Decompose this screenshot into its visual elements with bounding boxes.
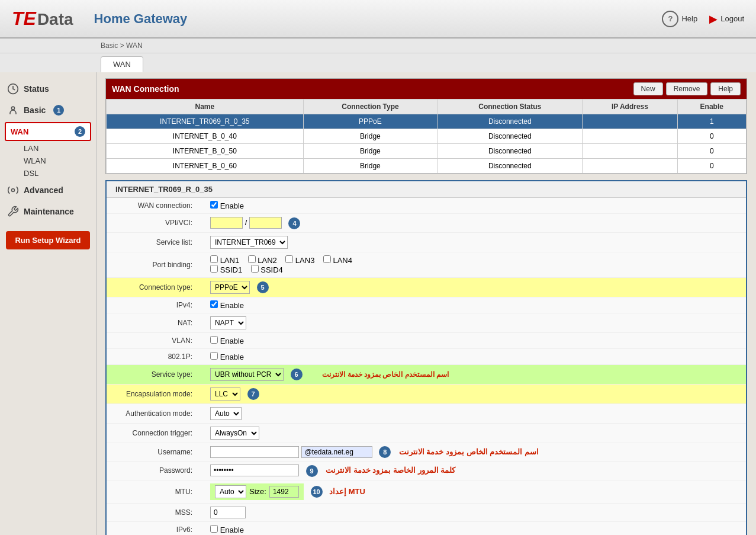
detail-title: INTERNET_TR069_R_0_35 xyxy=(107,181,746,198)
ipv6-checkbox[interactable] xyxy=(210,525,218,533)
mtu-size-input[interactable] xyxy=(269,486,299,498)
sidebar-item-basic[interactable]: Basic 1 xyxy=(0,100,96,121)
row2-status: Disconnected xyxy=(437,129,583,144)
logout-button[interactable]: ▶ Logout xyxy=(709,12,744,25)
tabs-bar: WAN xyxy=(0,53,756,72)
username-label: Username: xyxy=(107,443,201,462)
run-setup-wizard-button[interactable]: Run Setup Wizard xyxy=(6,231,90,249)
conn-trigger-select[interactable]: AlwaysOn xyxy=(210,427,259,440)
col-enable: Enable xyxy=(677,100,746,114)
nat-select[interactable]: NAPT xyxy=(210,316,246,329)
sidebar-sub-lan[interactable]: LAN xyxy=(0,142,96,155)
row3-type: Bridge xyxy=(303,144,437,159)
password-value: 9 كلمة المرور الخاصة بمزود خدمة الانترنت xyxy=(201,462,746,480)
main-content: WAN Connection New Remove Help Name Conn… xyxy=(96,72,756,535)
sidebar-item-advanced[interactable]: Advanced xyxy=(0,180,96,201)
vlan-enable-text: Enable xyxy=(220,337,244,345)
vci-input[interactable]: 35 xyxy=(249,217,282,229)
sidebar-advanced-label: Advanced xyxy=(24,185,63,195)
lan4-checkbox[interactable] xyxy=(323,255,331,263)
tab-wan[interactable]: WAN xyxy=(101,56,143,72)
ipv4-row: IPv4: Enable xyxy=(107,297,746,313)
header-actions: ? Help ▶ Logout xyxy=(662,11,744,27)
sidebar-sub-wlan[interactable]: WLAN xyxy=(0,155,96,167)
password-input[interactable] xyxy=(210,464,299,476)
mtu-row: MTU: Auto Size: 10 إعداد MTU xyxy=(107,480,746,503)
ssid1-checkbox[interactable] xyxy=(210,265,218,273)
row3-name: INTERNET_B_0_50 xyxy=(107,144,304,159)
encap-mode-select[interactable]: LLC xyxy=(210,387,240,401)
row2-ip xyxy=(583,129,677,144)
advanced-icon xyxy=(7,184,19,196)
step8-annotation: اسم المستخدم الخاص بمزود خدمة الانترنت xyxy=(322,370,449,379)
port-binding-label: Port binding: xyxy=(107,252,201,277)
domain-input[interactable] xyxy=(301,446,372,458)
main-layout: Status Basic 1 WAN 2 LAN WLAN DSL Advanc… xyxy=(0,72,756,535)
vlan-row: VLAN: Enable xyxy=(107,332,746,348)
wan-connection-table: WAN Connection New Remove Help Name Conn… xyxy=(105,78,747,174)
step8-badge: 8 xyxy=(379,446,391,458)
step10-text-annotation: إعداد MTU xyxy=(329,487,365,496)
vpi-input[interactable]: 0 xyxy=(210,217,243,229)
row4-type: Bridge xyxy=(303,159,437,174)
row2-type: Bridge xyxy=(303,129,437,144)
step8-text-annotation: اسم المستخدم الخاص بمزود خدمة الانترنت xyxy=(399,447,539,456)
step4-badge: 4 xyxy=(288,217,300,229)
vlan802-checkbox[interactable] xyxy=(210,352,218,360)
wan-connection-checkbox[interactable] xyxy=(210,201,218,209)
sidebar-sub-dsl[interactable]: DSL xyxy=(0,167,96,180)
mss-input[interactable] xyxy=(210,507,246,518)
vlan-checkbox[interactable] xyxy=(210,336,218,344)
username-row: Username: 8 اسم المستخدم الخاص بمزود خدم… xyxy=(107,443,746,462)
lan1-checkbox[interactable] xyxy=(210,255,218,263)
row3-ip xyxy=(583,144,677,159)
help-label: Help xyxy=(681,14,697,23)
lan2-label: LAN2 xyxy=(258,256,277,265)
table-row[interactable]: INTERNET_B_0_50 Bridge Disconnected 0 xyxy=(107,144,747,159)
sidebar-sub-wan[interactable]: WAN 2 xyxy=(5,122,91,141)
conn-type-select[interactable]: PPPoE xyxy=(210,281,250,294)
step7-badge: 7 xyxy=(247,388,259,400)
wan-data-table: Name Connection Type Connection Status I… xyxy=(106,99,747,174)
mtu-section: Auto Size: xyxy=(210,483,304,500)
service-type-select[interactable]: UBR without PCR xyxy=(210,368,284,381)
auth-mode-value: Auto xyxy=(201,403,746,423)
lan3-checkbox[interactable] xyxy=(285,255,293,263)
sidebar-item-maintenance[interactable]: Maintenance xyxy=(0,201,96,222)
ssid4-checkbox[interactable] xyxy=(251,265,259,273)
ipv6-enable-text: Enable xyxy=(220,526,244,534)
col-ip: IP Address xyxy=(583,100,677,114)
vlan802-value: Enable xyxy=(201,348,746,364)
encap-mode-value: LLC 7 xyxy=(201,384,746,403)
lan2-checkbox[interactable] xyxy=(248,255,256,263)
service-list-row: Service list: INTERNET_TR069 xyxy=(107,232,746,252)
mtu-auto-select[interactable]: Auto xyxy=(215,485,246,498)
remove-button[interactable]: Remove xyxy=(666,82,708,95)
row4-ip xyxy=(583,159,677,174)
vpivci-separator: / xyxy=(245,218,249,227)
new-button[interactable]: New xyxy=(633,82,663,95)
auth-mode-label: Authentication mode: xyxy=(107,403,201,423)
row1-enable: 1 xyxy=(677,114,746,129)
auth-mode-select[interactable]: Auto xyxy=(210,407,242,420)
help-table-button[interactable]: Help xyxy=(710,82,741,95)
ipv4-enable-text: Enable xyxy=(220,301,244,310)
col-conn-type: Connection Type xyxy=(303,100,437,114)
logout-label: Logout xyxy=(720,14,744,23)
table-row[interactable]: INTERNET_B_0_40 Bridge Disconnected 0 xyxy=(107,129,747,144)
wan-table-actions: New Remove Help xyxy=(633,82,741,95)
ipv4-checkbox[interactable] xyxy=(210,300,218,308)
table-row[interactable]: INTERNET_B_0_60 Bridge Disconnected 0 xyxy=(107,159,747,174)
password-label: Password: xyxy=(107,462,201,480)
row1-ip xyxy=(583,114,677,129)
sidebar-item-status[interactable]: Status xyxy=(0,78,96,100)
port-binding-value: LAN1 LAN2 LAN3 LAN4 SSID1 xyxy=(201,252,746,277)
sidebar-maintenance-label: Maintenance xyxy=(24,207,74,216)
service-list-select[interactable]: INTERNET_TR069 xyxy=(210,236,288,249)
username-input[interactable] xyxy=(210,446,299,458)
help-button[interactable]: ? Help xyxy=(662,11,697,27)
row4-name: INTERNET_B_0_60 xyxy=(107,159,304,174)
nat-label: NAT: xyxy=(107,313,201,332)
row4-status: Disconnected xyxy=(437,159,583,174)
table-row[interactable]: INTERNET_TR069_R_0_35 PPPoE Disconnected… xyxy=(107,114,747,129)
